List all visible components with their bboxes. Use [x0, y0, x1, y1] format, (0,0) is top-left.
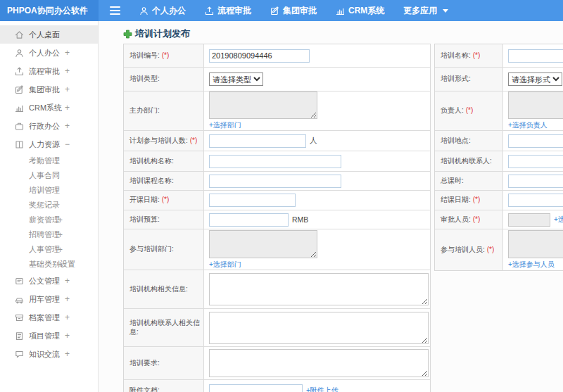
nav-workflow-approval[interactable]: 流程审批	[205, 5, 251, 17]
expand-toggle[interactable]: +	[58, 260, 63, 270]
document-icon	[15, 277, 24, 286]
form-row-start-date: 开课日期:(*)	[124, 191, 430, 210]
form-row-training-form: 培训形式: 请选择形式	[435, 68, 563, 91]
book-icon	[15, 140, 24, 149]
form-row-attachment: 附件文档: +附件上传	[124, 380, 430, 392]
nav-item-label: 集团审批	[283, 5, 317, 17]
nav-item-label: 个人办公	[152, 5, 186, 17]
sidebar-item-rewards[interactable]: 奖惩记录	[0, 198, 98, 213]
expand-toggle[interactable]: +	[65, 294, 70, 304]
host-dept-box[interactable]	[209, 91, 317, 119]
end-date-input[interactable]	[508, 194, 563, 207]
sidebar-item-project[interactable]: 项目管理 +	[0, 327, 98, 345]
training-no-input[interactable]	[209, 49, 310, 63]
sidebar-item-archive[interactable]: 档案管理 +	[0, 308, 98, 327]
training-require-textarea[interactable]	[209, 349, 429, 377]
select-training-dept-link[interactable]: +选择部门	[209, 260, 241, 270]
form-row-org-info: 培训机构相关信息:	[124, 270, 430, 309]
sidebar-item-crm[interactable]: CRM系统 +	[0, 99, 98, 117]
attachment-upload-link[interactable]: +附件上传	[306, 386, 339, 392]
nav-crm[interactable]: CRM系统	[336, 5, 384, 17]
sidebar-item-admin-office[interactable]: 行政办公 +	[0, 117, 98, 135]
sidebar-item-training[interactable]: 培训管理	[0, 183, 98, 198]
expand-toggle[interactable]: +	[65, 312, 70, 322]
expand-toggle[interactable]: +	[65, 121, 70, 131]
hamburger-menu-icon[interactable]	[110, 6, 120, 15]
currency-suffix: RMB	[292, 215, 308, 224]
field-label: 开课日期:	[129, 196, 160, 205]
field-label: 审批人员:	[441, 215, 471, 225]
expand-toggle[interactable]: +	[58, 215, 63, 225]
form-row-total-hours: 总课时:	[435, 172, 563, 191]
trainee-box[interactable]	[508, 230, 563, 258]
nav-personal-office[interactable]: 个人办公	[139, 5, 186, 17]
field-label: 培训课程名称:	[129, 177, 174, 186]
budget-input[interactable]	[209, 213, 289, 227]
expand-toggle[interactable]: +	[65, 66, 70, 76]
org-info-textarea[interactable]	[209, 273, 429, 305]
sidebar-item-salary[interactable]: 薪资管理 +	[0, 213, 98, 227]
form-row-org-name: 培训机构名称:	[124, 151, 430, 172]
attachment-input[interactable]	[209, 384, 303, 392]
bar-chart-icon	[15, 103, 24, 113]
sidebar-item-personal-desktop[interactable]: 个人桌面	[0, 25, 98, 44]
sidebar-item-base-category[interactable]: 基础类别设置 +	[0, 257, 98, 272]
sidebar-item-personnel[interactable]: 人事管理 +	[0, 242, 98, 257]
training-form-left: 培训编号:(*) 培训类型: 请选择类型 主办部门: +选择部门 计划参与培训人…	[123, 44, 431, 392]
main-nav: 个人办公 流程审批 集团审批 CRM系统 更多应用	[120, 5, 448, 17]
field-label: 培训机构相关信息:	[129, 285, 188, 294]
required-marker: (*)	[162, 196, 170, 205]
form-row-end-date: 结课日期:(*)	[435, 191, 563, 210]
location-input[interactable]	[508, 134, 563, 148]
top-navbar: PHPOA协同办公软件 个人办公 流程审批 集团审批 CRM系统 更多应用	[0, 0, 563, 21]
select-approver-link[interactable]: +选择审批人员	[554, 215, 563, 225]
field-label: 培训形式:	[441, 75, 471, 84]
approver-box[interactable]	[508, 213, 550, 227]
nav-group-approval[interactable]: 集团审批	[270, 5, 317, 17]
leader-box[interactable]	[508, 91, 563, 119]
field-label: 培训预算:	[129, 215, 160, 225]
expand-toggle[interactable]: +	[65, 48, 70, 58]
org-name-input[interactable]	[209, 155, 341, 168]
select-trainee-link[interactable]: +选择参与人员	[508, 260, 555, 270]
required-marker: (*)	[473, 51, 481, 61]
select-leader-link[interactable]: +选择负责人	[508, 120, 548, 130]
expand-toggle[interactable]: +	[65, 276, 70, 286]
required-marker: (*)	[162, 51, 170, 61]
sidebar-item-group-approval[interactable]: 集团审批 +	[0, 80, 98, 99]
participant-count-input[interactable]	[209, 134, 306, 148]
sidebar-item-knowledge[interactable]: 知识交流 +	[0, 345, 98, 363]
nav-more-apps[interactable]: 更多应用	[403, 5, 448, 17]
sidebar-item-recruit[interactable]: 招聘管理 +	[0, 227, 98, 242]
course-name-input[interactable]	[209, 175, 341, 188]
org-contact-info-textarea[interactable]	[209, 312, 429, 344]
sidebar-item-hr[interactable]: 人力资源 −	[0, 135, 98, 153]
sidebar-item-hr-contract[interactable]: 人事合同	[0, 168, 98, 183]
training-type-select[interactable]: 请选择类型	[209, 72, 263, 86]
expand-toggle[interactable]: +	[58, 230, 63, 240]
field-label: 培训编号:	[129, 51, 160, 61]
start-date-input[interactable]	[209, 194, 296, 207]
required-marker: (*)	[466, 106, 474, 115]
upload-icon	[205, 6, 214, 15]
expand-toggle[interactable]: +	[58, 245, 63, 255]
sidebar-item-attendance[interactable]: 考勤管理	[0, 153, 98, 168]
training-name-input[interactable]	[508, 49, 563, 63]
upload-icon	[15, 67, 24, 76]
sidebar-item-document[interactable]: 公文管理 +	[0, 272, 98, 290]
car-icon	[15, 295, 24, 304]
training-form-select[interactable]: 请选择形式	[508, 72, 562, 86]
expand-toggle[interactable]: −	[65, 139, 70, 149]
total-hours-input[interactable]	[508, 175, 563, 188]
org-contact-input[interactable]	[508, 155, 563, 168]
expand-toggle[interactable]: +	[65, 331, 70, 341]
select-dept-link[interactable]: +选择部门	[209, 120, 241, 130]
field-label: 培训地点:	[441, 137, 471, 146]
training-dept-box[interactable]	[209, 230, 317, 258]
expand-toggle[interactable]: +	[65, 103, 70, 113]
expand-toggle[interactable]: +	[65, 84, 70, 94]
sidebar-item-workflow-approval[interactable]: 流程审批 +	[0, 62, 98, 80]
sidebar-item-vehicle[interactable]: 用车管理 +	[0, 290, 98, 308]
sidebar-item-personal-office[interactable]: 个人办公 +	[0, 44, 98, 62]
expand-toggle[interactable]: +	[65, 349, 70, 359]
